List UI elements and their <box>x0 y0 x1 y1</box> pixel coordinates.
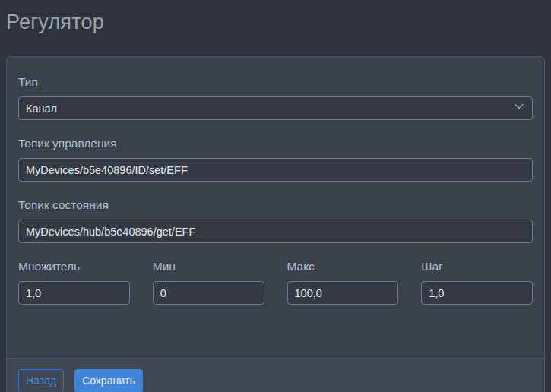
numeric-fields-row: Множитель Мин Макс Шаг <box>18 258 533 320</box>
page-title: Регулятор <box>6 8 545 36</box>
multiplier-label: Множитель <box>18 258 130 275</box>
card-body: Тип Канал Топик управления Топик состоян… <box>7 57 544 358</box>
type-select[interactable]: Канал <box>18 96 533 120</box>
min-field-group: Мин <box>153 258 264 305</box>
max-input[interactable] <box>287 281 399 305</box>
step-label: Шаг <box>421 258 533 275</box>
max-label: Макс <box>287 258 399 275</box>
state-topic-field-group: Топик состояния <box>18 197 533 243</box>
step-input[interactable] <box>421 281 533 305</box>
control-topic-input[interactable] <box>18 158 533 182</box>
control-topic-label: Топик управления <box>18 135 533 152</box>
state-topic-label: Топик состояния <box>18 197 533 213</box>
card-footer: Назад Сохранить <box>7 358 544 392</box>
back-button[interactable]: Назад <box>18 369 64 392</box>
min-label: Мин <box>153 258 264 275</box>
type-label: Тип <box>18 74 533 90</box>
type-field-group: Тип Канал <box>18 74 533 120</box>
type-select-wrap: Канал <box>18 96 533 120</box>
control-topic-field-group: Топик управления <box>18 135 533 182</box>
multiplier-input[interactable] <box>18 281 130 305</box>
save-button[interactable]: Сохранить <box>74 369 143 392</box>
min-input[interactable] <box>153 281 264 305</box>
page: Регулятор Тип Канал Топик управления <box>0 0 551 392</box>
step-field-group: Шаг <box>421 258 533 320</box>
max-field-group: Макс <box>287 258 399 305</box>
state-topic-input[interactable] <box>18 220 533 243</box>
regulator-form-card: Тип Канал Топик управления Топик состоян… <box>6 56 545 392</box>
multiplier-field-group: Множитель <box>18 258 130 305</box>
